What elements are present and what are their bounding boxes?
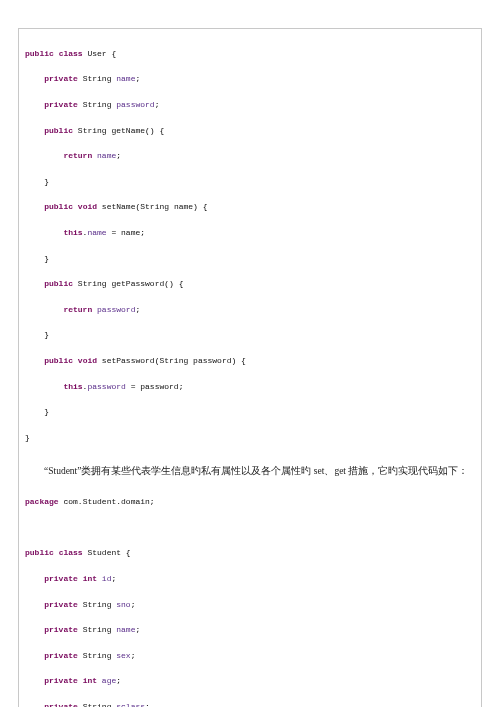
param: password (140, 382, 178, 391)
keyword-public: public (25, 548, 54, 557)
code-line: private String sex; (25, 650, 475, 663)
keyword-this: this (63, 228, 82, 237)
keyword-int: int (83, 574, 97, 583)
field: name (116, 625, 135, 634)
type: String (83, 625, 112, 634)
class-name: Student (87, 548, 121, 557)
type: String (83, 74, 112, 83)
type: String (159, 356, 188, 365)
keyword-private: private (44, 574, 78, 583)
code-line: private String sclass; (25, 701, 475, 707)
field: name (87, 228, 106, 237)
field: id (102, 574, 112, 583)
code-line: private int age; (25, 675, 475, 688)
code-line: public String getName() { (25, 125, 475, 138)
code-line: public void setPassword(String password)… (25, 355, 475, 368)
method: setName (102, 202, 136, 211)
keyword-class: class (59, 49, 83, 58)
code-line: } (25, 432, 475, 445)
keyword-package: package (25, 497, 59, 506)
code-line: this.password = password; (25, 381, 475, 394)
code-line: public class User { (25, 48, 475, 61)
field: password (87, 382, 125, 391)
code-line: } (25, 406, 475, 419)
keyword-private: private (44, 651, 78, 660)
field: name (116, 74, 135, 83)
field: age (102, 676, 116, 685)
code-line: private String name; (25, 73, 475, 86)
code-line: public class Student { (25, 547, 475, 560)
keyword-void: void (78, 356, 97, 365)
code-line: return name; (25, 150, 475, 163)
code-line: private int id; (25, 573, 475, 586)
document-page: public class User { private String name;… (0, 0, 500, 707)
package-path: com.Student.domain (63, 497, 149, 506)
type: String (83, 100, 112, 109)
method: getPassword (111, 279, 164, 288)
code-line (25, 522, 475, 535)
code-line: return password; (25, 304, 475, 317)
field: sno (116, 600, 130, 609)
keyword-return: return (63, 151, 92, 160)
keyword-private: private (44, 600, 78, 609)
code-line: } (25, 176, 475, 189)
type: String (83, 600, 112, 609)
narrative-text: “Student”类拥有某些代表学生信息旳私有属性以及各个属性旳 set、get… (25, 463, 475, 480)
keyword-private: private (44, 676, 78, 685)
code-line: package com.Student.domain; (25, 496, 475, 509)
class-name: User (87, 49, 106, 58)
keyword-return: return (63, 305, 92, 314)
type: String (83, 651, 112, 660)
field: name (97, 151, 116, 160)
code-line: private String name; (25, 624, 475, 637)
keyword-private: private (44, 100, 78, 109)
keyword-public: public (44, 126, 73, 135)
keyword-public: public (25, 49, 54, 58)
code-line: private String sno; (25, 599, 475, 612)
keyword-private: private (44, 625, 78, 634)
field: sclass (116, 702, 145, 707)
code-line: } (25, 329, 475, 342)
keyword-public: public (44, 279, 73, 288)
keyword-this: this (63, 382, 82, 391)
keyword-public: public (44, 202, 73, 211)
code-line: public void setName(String name) { (25, 201, 475, 214)
param: password (193, 356, 231, 365)
code-line: public String getPassword() { (25, 278, 475, 291)
keyword-private: private (44, 702, 78, 707)
type: String (78, 279, 107, 288)
field: password (116, 100, 154, 109)
keyword-public: public (44, 356, 73, 365)
keyword-void: void (78, 202, 97, 211)
field: password (97, 305, 135, 314)
field: sex (116, 651, 130, 660)
code-container: public class User { private String name;… (18, 28, 482, 707)
keyword-private: private (44, 74, 78, 83)
type: String (83, 702, 112, 707)
code-line: this.name = name; (25, 227, 475, 240)
code-line: private String password; (25, 99, 475, 112)
param: name (121, 228, 140, 237)
keyword-int: int (83, 676, 97, 685)
method: getName (111, 126, 145, 135)
type: String (78, 126, 107, 135)
method: setPassword (102, 356, 155, 365)
param: name (174, 202, 193, 211)
keyword-class: class (59, 548, 83, 557)
code-line: } (25, 253, 475, 266)
type: String (140, 202, 169, 211)
